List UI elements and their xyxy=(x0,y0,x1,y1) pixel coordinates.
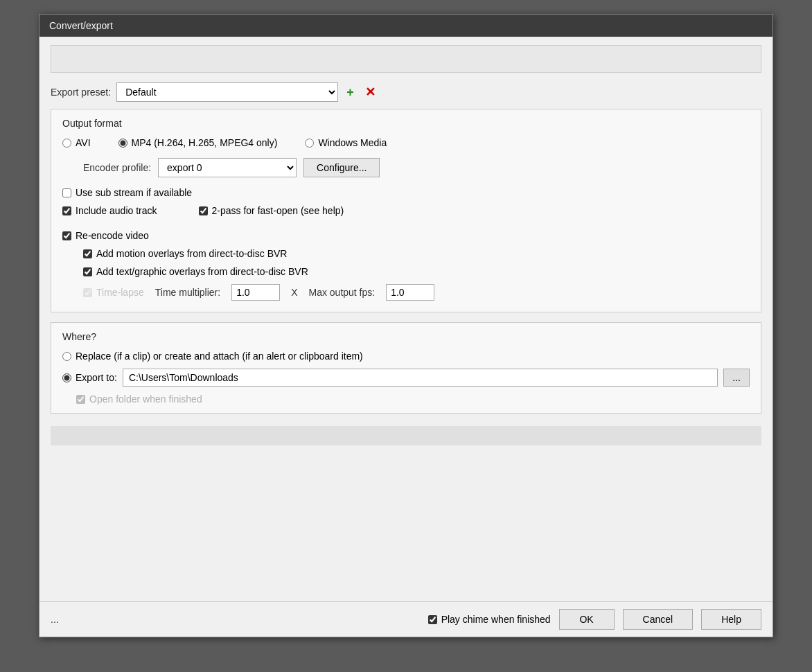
encoder-profile-select[interactable]: export 0 xyxy=(158,158,297,177)
use-sub-stream-label: Use sub stream if available xyxy=(76,187,192,198)
max-fps-label: Max output fps: xyxy=(308,287,375,298)
audio-twopass-row: Include audio track 2-pass for fast-open… xyxy=(62,205,750,223)
include-audio-row[interactable]: Include audio track xyxy=(62,205,157,216)
add-preset-button[interactable]: + xyxy=(344,84,357,101)
open-folder-checkbox[interactable] xyxy=(76,395,85,404)
timelapse-checkbox[interactable] xyxy=(83,288,92,297)
browse-button[interactable]: ... xyxy=(723,369,750,387)
bottom-spacer xyxy=(51,426,761,445)
export-to-row: Export to: ... xyxy=(62,369,750,387)
re-encode-row[interactable]: Re-encode video xyxy=(62,230,750,241)
play-chime-label: Play chime when finished xyxy=(441,614,551,625)
dialog-body: Export preset: Default + ✕ Output format… xyxy=(39,37,773,601)
time-multiplier-input[interactable] xyxy=(231,284,280,301)
footer-dots: ... xyxy=(51,614,59,625)
text-overlays-row[interactable]: Add text/graphic overlays from direct-to… xyxy=(83,266,750,277)
play-chime-row[interactable]: Play chime when finished xyxy=(428,614,551,625)
x-label: X xyxy=(291,287,297,298)
play-chime-checkbox[interactable] xyxy=(428,615,437,624)
encoder-profile-label: Encoder profile: xyxy=(83,162,151,173)
use-sub-stream-row[interactable]: Use sub stream if available xyxy=(62,187,750,198)
mp4-label: MP4 (H.264, H.265, MPEG4 only) xyxy=(132,137,278,148)
wmv-radio-label[interactable]: Windows Media xyxy=(305,137,387,148)
cancel-button[interactable]: Cancel xyxy=(623,609,694,630)
export-to-radio-label[interactable]: Export to: xyxy=(62,372,117,383)
motion-overlays-label: Add motion overlays from direct-to-disc … xyxy=(96,248,287,259)
two-pass-label: 2-pass for fast-open (see help) xyxy=(212,205,344,216)
re-encode-label: Re-encode video xyxy=(76,230,149,241)
help-button[interactable]: Help xyxy=(701,609,761,630)
avi-label: AVI xyxy=(76,137,91,148)
motion-overlays-checkbox[interactable] xyxy=(83,249,92,258)
format-radio-row: AVI MP4 (H.264, H.265, MPEG4 only) Windo… xyxy=(62,137,750,148)
motion-overlays-row[interactable]: Add motion overlays from direct-to-disc … xyxy=(83,248,750,259)
re-encode-checkbox[interactable] xyxy=(62,231,71,240)
preview-bar xyxy=(51,45,761,73)
replace-option-row: Replace (if a clip) or create and attach… xyxy=(62,351,750,362)
max-fps-input[interactable] xyxy=(386,284,434,301)
avi-radio[interactable] xyxy=(62,139,71,148)
dialog-title: Convert/export xyxy=(49,20,113,31)
wmv-radio[interactable] xyxy=(305,139,314,148)
export-to-label: Export to: xyxy=(76,372,117,383)
output-format-section: Output format AVI MP4 (H.264, H.265, MPE… xyxy=(51,109,761,312)
open-folder-label-wrap[interactable]: Open folder when finished xyxy=(76,394,202,405)
mp4-radio-label[interactable]: MP4 (H.264, H.265, MPEG4 only) xyxy=(118,137,278,148)
open-folder-row: Open folder when finished xyxy=(76,394,750,405)
where-section: Where? Replace (if a clip) or create and… xyxy=(51,322,761,414)
two-pass-checkbox[interactable] xyxy=(199,206,208,215)
dialog-footer: ... Play chime when finished OK Cancel H… xyxy=(39,601,773,637)
text-overlays-checkbox[interactable] xyxy=(83,267,92,276)
use-sub-stream-checkbox[interactable] xyxy=(62,188,71,197)
wmv-label: Windows Media xyxy=(318,137,387,148)
replace-label: Replace (if a clip) or create and attach… xyxy=(76,351,363,362)
include-audio-label: Include audio track xyxy=(76,205,157,216)
export-to-radio[interactable] xyxy=(62,373,71,382)
timelapse-row: Time-lapse Time multiplier: X Max output… xyxy=(83,284,750,301)
output-format-title: Output format xyxy=(62,118,750,129)
export-preset-select[interactable]: Default xyxy=(116,82,338,102)
replace-radio[interactable] xyxy=(62,352,71,361)
open-folder-label: Open folder when finished xyxy=(89,394,202,405)
include-audio-checkbox[interactable] xyxy=(62,206,71,215)
export-preset-label: Export preset: xyxy=(51,87,111,98)
mp4-radio[interactable] xyxy=(118,139,127,148)
export-path-input[interactable] xyxy=(123,369,718,387)
ok-button[interactable]: OK xyxy=(559,609,615,630)
configure-button[interactable]: Configure... xyxy=(303,158,380,177)
replace-radio-label[interactable]: Replace (if a clip) or create and attach… xyxy=(62,351,363,362)
convert-export-dialog: Convert/export Export preset: Default + … xyxy=(39,14,773,637)
encoder-profile-row: Encoder profile: export 0 Configure... xyxy=(83,158,750,177)
text-overlays-label: Add text/graphic overlays from direct-to… xyxy=(96,266,308,277)
two-pass-row[interactable]: 2-pass for fast-open (see help) xyxy=(199,205,344,216)
title-bar: Convert/export xyxy=(39,15,773,37)
timelapse-label: Time-lapse xyxy=(96,287,144,298)
remove-preset-button[interactable]: ✕ xyxy=(362,83,378,101)
timelapse-checkbox-label[interactable]: Time-lapse xyxy=(83,287,144,298)
time-multiplier-label: Time multiplier: xyxy=(155,287,220,298)
where-title: Where? xyxy=(62,331,750,342)
export-preset-row: Export preset: Default + ✕ xyxy=(51,82,761,102)
avi-radio-label[interactable]: AVI xyxy=(62,137,91,148)
